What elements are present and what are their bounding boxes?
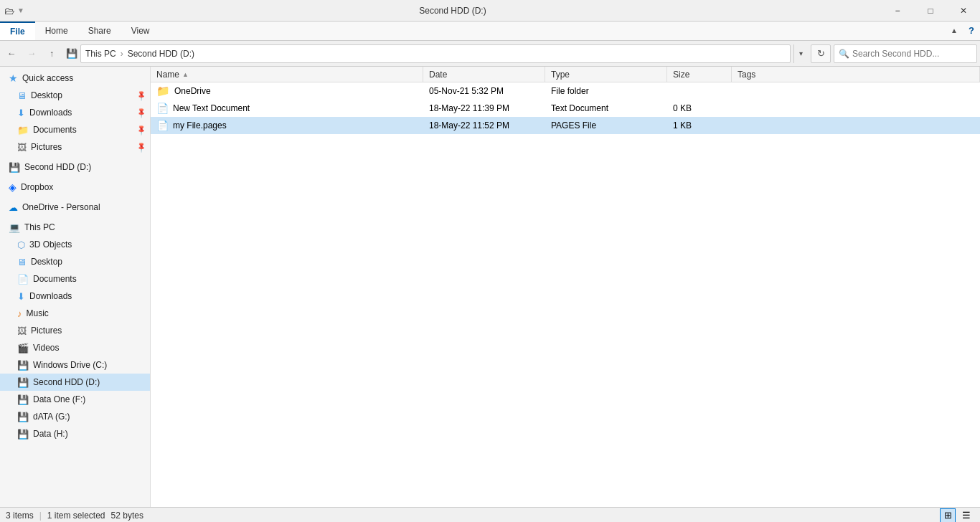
view-list-button[interactable]: ☰ <box>958 508 974 523</box>
address-box[interactable]: This PC › Second HDD (D:) <box>80 44 791 63</box>
search-icon: 🔍 <box>839 49 849 59</box>
breadcrumb-drive[interactable]: Second HDD (D:) <box>128 49 194 59</box>
close-button[interactable]: ✕ <box>947 0 980 22</box>
music-icon: ♪ <box>17 308 22 319</box>
col-header-tags[interactable]: Tags <box>732 67 980 82</box>
status-item-count: 3 items <box>6 511 34 521</box>
sidebar-item-documents[interactable]: 📁 Documents 📌 <box>0 121 150 138</box>
search-input[interactable] <box>852 49 972 59</box>
sidebar-onedrive-label: OneDrive - Personal <box>22 202 100 212</box>
sidebar-item-dataone[interactable]: 💾 Data One (F:) <box>0 391 150 408</box>
sidebar-documents2-label: Documents <box>33 274 77 284</box>
sidebar-item-data-h[interactable]: 💾 Data (H:) <box>0 425 150 442</box>
tab-home[interactable]: Home <box>35 22 78 40</box>
help-button[interactable]: ? <box>963 22 980 39</box>
sidebar-item-thispc[interactable]: 💻 This PC <box>0 219 150 236</box>
col-header-date[interactable]: Date <box>423 67 545 82</box>
sidebar-item-documents2[interactable]: 📄 Documents <box>0 270 150 288</box>
breadcrumb-sep1: › <box>121 49 123 59</box>
sidebar-item-quickaccess[interactable]: ★ Quick access <box>0 70 150 87</box>
sidebar-desktop-label: Desktop <box>31 90 62 100</box>
sidebar-windowsdrive-label: Windows Drive (C:) <box>33 360 107 370</box>
sidebar-item-onedrive[interactable]: ☁ OneDrive - Personal <box>0 199 150 216</box>
file-row-myfile[interactable]: 📄 my File.pages 18-May-22 11:52 PM PAGES… <box>151 117 980 134</box>
status-selected: 1 item selected <box>47 511 105 521</box>
file-tags-onedrive <box>732 82 980 100</box>
sidebar-item-windowsdrive[interactable]: 💾 Windows Drive (C:) <box>0 356 150 374</box>
breadcrumb-thispc[interactable]: This PC <box>85 49 116 59</box>
sidebar-item-3dobjects[interactable]: ⬡ 3D Objects <box>0 236 150 253</box>
file-type-onedrive: File folder <box>545 82 667 100</box>
sidebar-section-onedrive: ☁ OneDrive - Personal <box>0 199 150 216</box>
sidebar-item-videos[interactable]: 🎬 Videos <box>0 339 150 356</box>
sidebar-item-pictures[interactable]: 🖼 Pictures 📌 <box>0 138 150 156</box>
sidebar-section-quickaccess: ★ Quick access 🖥 Desktop 📌 ⬇ Downloads 📌… <box>0 70 150 156</box>
col-header-type[interactable]: Type <box>545 67 667 82</box>
file-type-newtextdoc: Text Document <box>545 100 667 117</box>
folder-icon-onedrive: 📁 <box>156 85 170 98</box>
3dobjects-icon: ⬡ <box>17 239 25 250</box>
col-type-label: Type <box>551 70 570 80</box>
thispc-icon: 💻 <box>9 222 20 233</box>
up-button[interactable]: ↑ <box>43 45 60 62</box>
sidebar-item-downloads2[interactable]: ⬇ Downloads <box>0 288 150 305</box>
sidebar-secondhdd2-label: Second HDD (D:) <box>33 377 100 387</box>
sidebar-section-thispc: 💻 This PC ⬡ 3D Objects 🖥 Desktop 📄 Docum… <box>0 219 150 442</box>
column-headers: Name ▲ Date Type Size Tags <box>151 67 980 82</box>
file-row-onedrive[interactable]: 📁 OneDrive 05-Nov-21 5:32 PM File folder <box>151 82 980 100</box>
quickaccess-icon: ★ <box>9 72 18 84</box>
minimize-button[interactable]: − <box>881 0 914 22</box>
forward-button[interactable]: → <box>23 45 40 62</box>
sidebar-dataone-label: Data One (F:) <box>33 394 85 404</box>
sidebar-3dobjects-label: 3D Objects <box>29 239 72 250</box>
documents-icon: 📁 <box>17 125 29 136</box>
view-list-icon: ☰ <box>962 510 971 521</box>
sidebar-music-label: Music <box>27 308 49 318</box>
window-title: Second HDD (D:) <box>24 6 881 16</box>
secondhdd-icon: 💾 <box>9 162 20 173</box>
sidebar-item-desktop2[interactable]: 🖥 Desktop <box>0 253 150 270</box>
file-tags-myfile <box>732 117 980 134</box>
view-details-button[interactable]: ⊞ <box>940 508 956 523</box>
status-size: 52 bytes <box>111 511 143 521</box>
maximize-button[interactable]: □ <box>914 0 947 22</box>
sidebar-item-pictures2[interactable]: 🖼 Pictures <box>0 322 150 339</box>
file-list: 📁 OneDrive 05-Nov-21 5:32 PM File folder… <box>151 82 980 507</box>
sidebar-pictures2-label: Pictures <box>31 326 62 336</box>
desktop-icon: 🖥 <box>17 90 27 101</box>
sidebar-quickaccess-label: Quick access <box>22 73 73 83</box>
col-header-name[interactable]: Name ▲ <box>151 67 423 82</box>
col-size-label: Size <box>673 70 689 80</box>
tab-file[interactable]: File <box>0 22 35 40</box>
tab-share[interactable]: Share <box>78 22 121 40</box>
tab-view[interactable]: View <box>121 22 160 40</box>
back-button[interactable]: ← <box>3 45 20 62</box>
file-row-newtextdoc[interactable]: 📄 New Text Document 18-May-22 11:39 PM T… <box>151 100 980 117</box>
refresh-button[interactable]: ↻ <box>811 44 831 63</box>
ribbon-collapse-button[interactable]: ▲ <box>946 22 963 39</box>
dropbox-icon: ◈ <box>9 181 17 193</box>
dataone-icon: 💾 <box>17 394 29 405</box>
sidebar-downloads2-label: Downloads <box>29 291 72 301</box>
col-header-size[interactable]: Size <box>667 67 732 82</box>
sidebar-item-secondhdd[interactable]: 💾 Second HDD (D:) <box>0 158 150 176</box>
sidebar-item-secondhdd2[interactable]: 💾 Second HDD (D:) <box>0 374 150 391</box>
sidebar-item-data-g[interactable]: 💾 dATA (G:) <box>0 408 150 425</box>
breadcrumb-drive-icon: 💾 <box>66 48 77 59</box>
sidebar-section-dropbox: ◈ Dropbox <box>0 179 150 196</box>
sidebar-item-downloads[interactable]: ⬇ Downloads 📌 <box>0 104 150 121</box>
sidebar: ★ Quick access 🖥 Desktop 📌 ⬇ Downloads 📌… <box>0 67 151 507</box>
address-dropdown-button[interactable]: ▾ <box>793 44 808 63</box>
sidebar-downloads-label: Downloads <box>29 108 72 118</box>
file-name-myfile: 📄 my File.pages <box>151 117 423 134</box>
statusbar-right: ⊞ ☰ <box>940 508 974 523</box>
sidebar-item-desktop[interactable]: 🖥 Desktop 📌 <box>0 87 150 104</box>
search-box[interactable]: 🔍 <box>834 44 977 63</box>
sidebar-videos-label: Videos <box>33 343 59 353</box>
ribbon-tabs: File Home Share View ▲ ? <box>0 22 980 40</box>
sidebar-item-dropbox[interactable]: ◈ Dropbox <box>0 179 150 196</box>
documents2-icon: 📄 <box>17 274 29 285</box>
sort-arrow-name: ▲ <box>182 71 189 78</box>
sidebar-item-music[interactable]: ♪ Music <box>0 305 150 322</box>
file-name-onedrive: 📁 OneDrive <box>151 82 423 100</box>
